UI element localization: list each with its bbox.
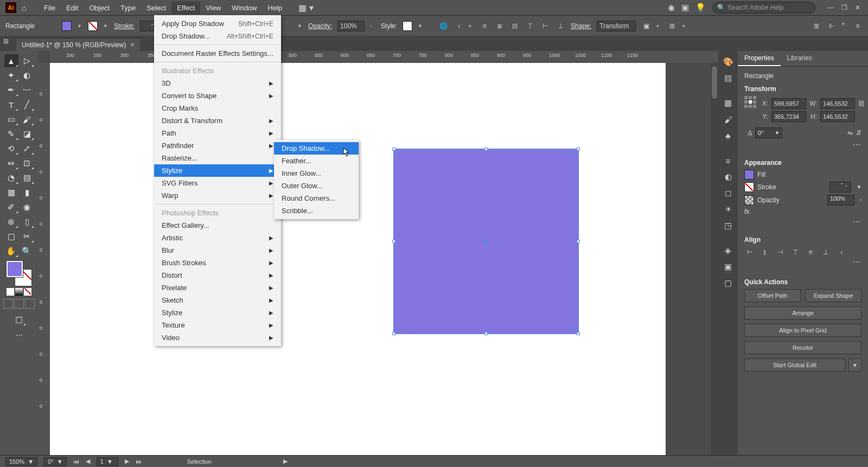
arrange-button[interactable]: Arrange bbox=[744, 306, 861, 319]
align-icon-4[interactable]: ⊟ bbox=[510, 21, 520, 31]
minimize-icon[interactable]: — bbox=[827, 4, 834, 11]
artboard-area[interactable] bbox=[50, 63, 711, 455]
align-right-icon[interactable]: ⊣ bbox=[775, 247, 786, 258]
workspace-switcher-icon[interactable]: ▦ ▾ bbox=[298, 3, 313, 13]
submenu-feather[interactable]: Feather... bbox=[274, 155, 359, 167]
h-field[interactable] bbox=[820, 111, 855, 122]
align-to-icon[interactable]: ⊩ bbox=[827, 21, 837, 31]
align-more-icon[interactable]: ⋯ bbox=[853, 258, 861, 266]
submenu-outer-glow[interactable]: Outer Glow... bbox=[274, 180, 359, 192]
align-icon-3[interactable]: ≣ bbox=[495, 21, 505, 31]
menu-type[interactable]: Type bbox=[115, 2, 141, 14]
color-mode-none[interactable] bbox=[24, 288, 31, 296]
stroke-swatch[interactable] bbox=[88, 21, 98, 31]
transform-button[interactable]: Transform bbox=[597, 21, 636, 31]
appearance-opacity-icon[interactable] bbox=[744, 195, 754, 205]
global-edit-options-icon[interactable]: ▾ bbox=[848, 359, 861, 372]
shaper-tool[interactable]: ✎ bbox=[4, 127, 18, 140]
opacity-prop[interactable]: 100% bbox=[827, 195, 854, 206]
x-field[interactable] bbox=[771, 98, 806, 109]
flip-v-icon[interactable]: ⇵ bbox=[856, 129, 861, 137]
swatches-panel-icon[interactable]: ▦ bbox=[722, 97, 735, 110]
align-icon-5[interactable]: ⊤ bbox=[525, 21, 535, 31]
menu-edit[interactable]: Edit bbox=[61, 2, 84, 14]
magic-wand-tool[interactable]: ✦ bbox=[4, 69, 18, 82]
appearance-more-icon[interactable]: ⋯ bbox=[853, 217, 861, 226]
first-artboard-icon[interactable]: ⏮ bbox=[73, 458, 79, 465]
eyedropper-tool[interactable]: ✐ bbox=[4, 201, 18, 214]
tab-libraries[interactable]: Libraries bbox=[781, 51, 819, 66]
rectangle-tool[interactable]: ▭ bbox=[4, 113, 18, 126]
menu-effect-gallery[interactable]: Effect Gallery... bbox=[154, 219, 281, 232]
zoom-field[interactable]: 150% ▼ bbox=[5, 457, 37, 466]
document-tab[interactable]: Untitled-1* @ 150 % (RGB/Preview) × bbox=[16, 38, 140, 51]
draw-normal[interactable] bbox=[3, 299, 13, 309]
symbol-sprayer-tool[interactable]: ⊛ bbox=[4, 215, 18, 228]
submenu-drop-shadow[interactable]: Drop Shadow... bbox=[274, 142, 359, 155]
gradient-panel-icon[interactable]: ◐ bbox=[722, 170, 735, 183]
fill-box[interactable] bbox=[7, 261, 23, 277]
artboard-nav-field[interactable]: 1 ▼ bbox=[97, 457, 118, 466]
panel-menu-icon[interactable]: ≡ bbox=[853, 21, 863, 31]
color-mode-solid[interactable] bbox=[7, 288, 14, 296]
reference-point-icon[interactable] bbox=[744, 96, 756, 109]
align-icon-6[interactable]: ⊢ bbox=[540, 21, 550, 31]
align-icon-1[interactable]: ⫞ bbox=[454, 21, 463, 31]
menu-select[interactable]: Select bbox=[141, 2, 171, 14]
submenu-scribble[interactable]: Scribble... bbox=[274, 204, 359, 217]
menu-pathfinder[interactable]: Pathfinder▶ bbox=[154, 139, 281, 152]
menu-stylize-illustrator[interactable]: Stylize▶ bbox=[154, 164, 281, 177]
submenu-inner-glow[interactable]: Inner Glow... bbox=[274, 167, 359, 180]
menu-video[interactable]: Video▶ bbox=[154, 331, 281, 344]
transparency-panel-icon[interactable]: ◻ bbox=[722, 187, 735, 200]
start-global-edit-button[interactable]: Start Global Edit bbox=[744, 359, 845, 372]
menu-pixelate[interactable]: Pixelate▶ bbox=[154, 282, 281, 294]
maximize-icon[interactable]: ❐ bbox=[841, 4, 847, 11]
menu-rasterize[interactable]: Rasterize... bbox=[154, 152, 281, 164]
menu-raster-settings[interactable]: Document Raster Effects Settings... bbox=[154, 47, 281, 60]
expand-shape-button[interactable]: Expand Shape bbox=[805, 289, 861, 302]
recolor-icon[interactable]: 🌐 bbox=[438, 21, 448, 31]
layers-panel-icon[interactable]: ◈ bbox=[722, 244, 735, 257]
artboards-panel-icon[interactable]: ▢ bbox=[722, 277, 735, 290]
type-tool[interactable]: T bbox=[4, 98, 18, 111]
menu-convert-to-shape[interactable]: Convert to Shape▶ bbox=[154, 89, 281, 102]
menu-brush-strokes[interactable]: Brush Strokes▶ bbox=[154, 257, 281, 269]
color-panel-icon[interactable]: 🎨 bbox=[722, 55, 735, 68]
isolate-icon[interactable]: ▣ bbox=[641, 21, 651, 31]
flip-h-icon[interactable]: ⇋ bbox=[847, 129, 853, 137]
menu-svg-filters[interactable]: SVG Filters▶ bbox=[154, 177, 281, 189]
width-tool[interactable]: ⇔ bbox=[4, 157, 18, 170]
menu-artistic[interactable]: Artistic▶ bbox=[154, 232, 281, 244]
align-left-icon[interactable]: ⊢ bbox=[744, 247, 755, 258]
w-field[interactable] bbox=[820, 98, 855, 109]
prev-artboard-icon[interactable]: ◀ bbox=[86, 458, 90, 465]
align-pixel-grid-button[interactable]: Align to Pixel Grid bbox=[744, 324, 861, 337]
free-transform-tool[interactable]: ⊡ bbox=[20, 157, 34, 170]
color-guide-icon[interactable]: ▤ bbox=[722, 72, 735, 85]
tab-properties[interactable]: Properties bbox=[738, 51, 781, 66]
align-vcenter-icon[interactable]: ≡ bbox=[805, 247, 816, 258]
graphic-styles-icon[interactable]: ◳ bbox=[722, 219, 735, 232]
scale-tool[interactable]: ⤢ bbox=[20, 142, 34, 155]
pen-tool[interactable]: ✒ bbox=[4, 84, 18, 97]
menu-file[interactable]: File bbox=[39, 2, 61, 14]
transform-more-icon[interactable]: ⋯ bbox=[853, 140, 861, 149]
align-distribute-icon[interactable]: ⫞ bbox=[835, 247, 846, 258]
stroke-panel-icon[interactable]: ≡ bbox=[722, 154, 735, 167]
offset-path-button[interactable]: Offset Path bbox=[744, 289, 801, 302]
gradient-tool[interactable]: ▮ bbox=[20, 186, 34, 199]
appearance-stroke-swatch[interactable] bbox=[744, 182, 754, 192]
perspective-tool[interactable]: ▤ bbox=[20, 171, 34, 184]
angle-field[interactable]: 0°▼ bbox=[755, 127, 782, 138]
screen-mode-tool[interactable]: ▢ bbox=[12, 313, 26, 326]
asset-export-icon[interactable]: ▣ bbox=[722, 260, 735, 273]
extra-icon[interactable]: ⊞ bbox=[667, 21, 677, 31]
status-tool-menu-icon[interactable]: ▶ bbox=[283, 458, 288, 465]
close-icon[interactable]: ✕ bbox=[855, 4, 860, 11]
draw-behind[interactable] bbox=[14, 299, 24, 309]
zoom-tool[interactable]: 🔍 bbox=[20, 245, 34, 258]
menu-sketch[interactable]: Sketch▶ bbox=[154, 294, 281, 306]
lasso-tool[interactable]: ◐ bbox=[20, 69, 34, 82]
bulb-icon[interactable]: 💡 bbox=[695, 3, 706, 12]
